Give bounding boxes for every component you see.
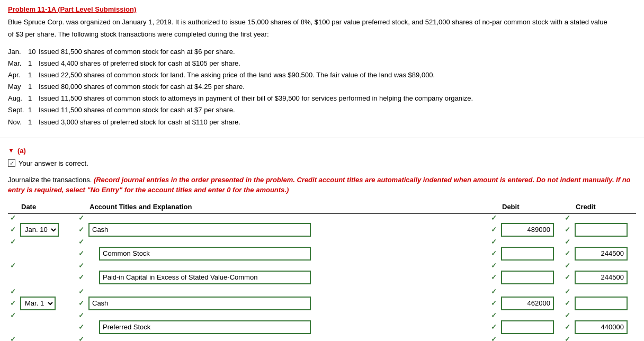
credit-cell (573, 246, 636, 262)
account-cell (86, 246, 489, 262)
transaction-month: Mar. (8, 58, 28, 69)
instruction-prefix: Journalize the transactions. (8, 176, 94, 184)
account-input[interactable] (88, 297, 311, 310)
debit-input[interactable] (501, 223, 554, 237)
account-input[interactable] (88, 223, 311, 237)
row-check-left: ✓ (8, 335, 18, 341)
date-check-cell: ✓ (8, 222, 18, 238)
row-check-debit: ✓ (489, 213, 499, 222)
transaction-text: Issued 11,500 shares of common stock to … (39, 93, 475, 104)
table-header-row: Date Account Titles and Explanation Debi… (8, 201, 636, 213)
row-check-left: ✓ (8, 213, 18, 222)
transaction-day: 1 (28, 93, 39, 104)
account-input[interactable] (99, 271, 311, 284)
part-a-label: (a) (17, 147, 26, 155)
th-check2 (76, 201, 86, 213)
debit-check-cell: ✓ (489, 246, 499, 262)
credit-input[interactable] (575, 271, 628, 284)
th-account: Account Titles and Explanation (86, 201, 489, 213)
check-debit-cell (499, 238, 562, 246)
check-row: ✓ ✓ ✓ ✓ (8, 238, 636, 246)
check-row: ✓ ✓ ✓ ✓ (8, 311, 636, 319)
transaction-day: 1 (28, 69, 39, 81)
row-check-debit: ✓ (489, 288, 499, 295)
check-date-cell (18, 213, 76, 222)
account-check-cell: ✓ (76, 319, 86, 335)
journal-row: ✓ ✓ ✓ (8, 246, 636, 262)
transaction-row: Apr. 1 Issued 22,500 shares of common st… (8, 69, 475, 81)
account-cell (86, 222, 489, 238)
journal-area: Date Account Titles and Explanation Debi… (0, 201, 644, 341)
th-check3 (489, 201, 499, 213)
row-check-left: ✓ (8, 238, 18, 246)
credit-input[interactable] (575, 297, 628, 310)
date-select[interactable]: Mar. 1 (20, 297, 56, 310)
credit-input[interactable] (575, 247, 628, 261)
check-debit-cell (499, 335, 562, 341)
date-select[interactable]: Jan. 10 (20, 223, 59, 237)
transaction-day: 1 (28, 104, 39, 116)
account-input[interactable] (99, 320, 311, 334)
check-credit-cell (573, 335, 636, 341)
check-credit-cell (573, 311, 636, 319)
transaction-row: May 1 Issued 80,000 shares of common sto… (8, 81, 475, 93)
transaction-row: Mar. 1 Issued 4,400 shares of preferred … (8, 58, 475, 69)
row-check-mid: ✓ (76, 262, 86, 270)
debit-input[interactable] (501, 320, 554, 334)
row-check-left: ✓ (8, 262, 18, 270)
check-date-cell (18, 335, 76, 341)
check-credit-cell (573, 262, 636, 270)
transaction-row: Jan. 10 Issued 81,500 shares of common s… (8, 46, 475, 58)
check-account-cell (86, 335, 489, 341)
credit-check-cell: ✓ (562, 295, 573, 311)
debit-input[interactable] (501, 247, 554, 261)
check-row: ✓ ✓ ✓ ✓ (8, 213, 636, 222)
transaction-row: Sept. 1 Issued 11,500 shares of common s… (8, 104, 475, 116)
problem-description: Blue Spruce Corp. was organized on Janua… (0, 16, 644, 45)
transaction-day: 1 (28, 58, 39, 69)
credit-input[interactable] (575, 320, 628, 334)
account-input[interactable] (99, 247, 311, 261)
check-debit-cell (499, 288, 562, 295)
credit-input[interactable] (575, 223, 628, 237)
row-check-debit: ✓ (489, 311, 499, 319)
divider-1 (0, 138, 644, 138)
journal-table: Date Account Titles and Explanation Debi… (8, 201, 636, 341)
check-credit-cell (573, 238, 636, 246)
triangle-icon: ▼ (8, 147, 14, 154)
transaction-row: Nov. 1 Issued 3,000 shares of preferred … (8, 116, 475, 128)
check-row: ✓ ✓ ✓ ✓ (8, 262, 636, 270)
row-check-credit: ✓ (562, 311, 573, 319)
transaction-text: Issued 81,500 shares of common stock for… (39, 46, 475, 58)
check-debit-cell (499, 311, 562, 319)
check-account-cell (86, 262, 489, 270)
row-check-credit: ✓ (562, 262, 573, 270)
empty-date-cell (18, 246, 76, 262)
debit-cell (499, 295, 562, 311)
check-account-cell (86, 288, 489, 295)
row-check-debit: ✓ (489, 262, 499, 270)
date-cell: Mar. 1 (18, 295, 76, 311)
account-cell (86, 295, 489, 311)
debit-check-cell: ✓ (489, 319, 499, 335)
debit-input[interactable] (501, 297, 554, 310)
transaction-text: Issued 22,500 shares of common stock for… (39, 69, 475, 81)
empty-check-cell (8, 270, 18, 285)
transaction-day: 1 (28, 116, 39, 128)
debit-check-cell: ✓ (489, 295, 499, 311)
debit-cell (499, 270, 562, 285)
transaction-month: Nov. (8, 116, 28, 128)
debit-input[interactable] (501, 271, 554, 284)
journal-row: ✓ ✓ ✓ (8, 319, 636, 335)
journal-row: ✓ ✓ ✓ (8, 270, 636, 285)
empty-check-cell (8, 319, 18, 335)
instruction-block: Journalize the transactions. (Record jou… (0, 172, 644, 201)
transaction-text: Issued 3,000 shares of preferred stock f… (39, 116, 475, 128)
check-account-cell (86, 311, 489, 319)
row-check-debit: ✓ (489, 335, 499, 341)
check-date-cell (18, 288, 76, 295)
empty-date-cell (18, 270, 76, 285)
transaction-text: Issued 11,500 shares of common stock for… (39, 104, 475, 116)
answer-correct-text: Your answer is correct. (19, 159, 88, 167)
check-account-cell (86, 213, 489, 222)
